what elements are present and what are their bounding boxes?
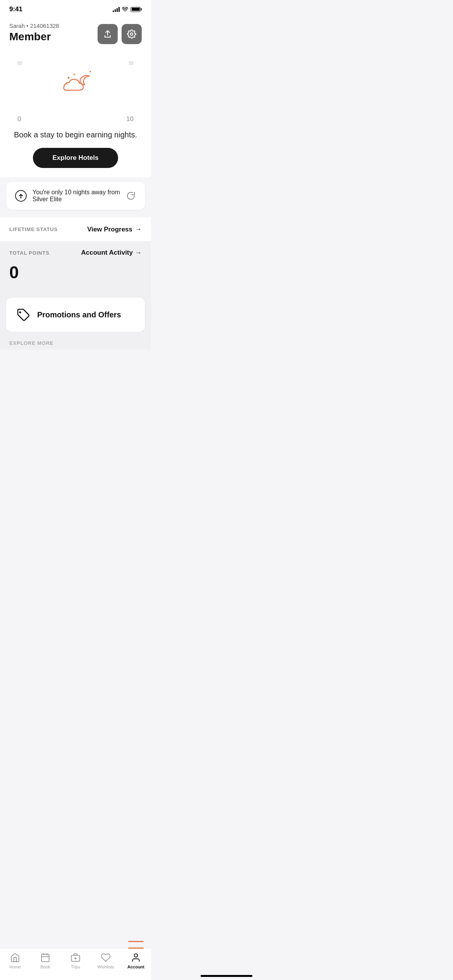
status-icons (113, 7, 142, 12)
promotions-title: Promotions and Offers (37, 310, 121, 319)
scale-end: 10 (126, 115, 134, 123)
view-progress-link[interactable]: View Progress → (87, 225, 142, 233)
battery-icon (130, 7, 142, 12)
refresh-icon (125, 190, 137, 202)
account-activity-link[interactable]: Account Activity → (81, 249, 142, 257)
user-id: 214061328 (30, 22, 59, 29)
header-buttons (98, 24, 142, 44)
promotions-section: Promotions and Offers (0, 291, 151, 332)
svg-point-4 (89, 71, 91, 72)
lifetime-label: LIFETIME STATUS (9, 226, 58, 232)
status-time: 9:41 (9, 5, 22, 13)
view-progress-text: View Progress (87, 226, 132, 233)
explore-more-label: EXPLORE MORE (9, 340, 53, 346)
points-header: TOTAL POINTS Account Activity → (9, 249, 142, 257)
user-info: Sarah • 214061328 Member (9, 22, 59, 43)
separator-1 (0, 214, 151, 218)
status-bar: 9:41 (0, 0, 151, 16)
lifetime-status-section: LIFETIME STATUS View Progress → (0, 218, 151, 241)
explore-more-teaser: EXPLORE MORE (0, 332, 151, 350)
progress-text: Book a stay to begin earning nights. (14, 129, 137, 140)
header-section: Sarah • 214061328 Member (0, 16, 151, 52)
user-status: Member (9, 31, 59, 43)
svg-point-7 (19, 312, 21, 314)
svg-point-1 (130, 33, 133, 35)
svg-point-3 (68, 77, 70, 79)
account-activity-text: Account Activity (81, 249, 133, 257)
points-section: TOTAL POINTS Account Activity → 0 (0, 241, 151, 291)
progress-section: 0 10 Book a stay to begin earning nights… (0, 52, 151, 177)
scale-start: 0 (17, 115, 21, 123)
user-separator: • (26, 22, 30, 29)
night-illustration (52, 63, 99, 102)
account-activity-arrow: → (135, 249, 142, 257)
progress-gauge: 0 10 (17, 61, 134, 123)
points-value: 0 (9, 263, 142, 282)
svg-point-0 (125, 11, 125, 12)
promo-banner-section: You're only 10 nights away from Silver E… (0, 177, 151, 214)
points-label: TOTAL POINTS (9, 250, 50, 256)
user-name: Sarah (9, 22, 25, 29)
upgrade-icon (14, 189, 28, 203)
promotions-card[interactable]: Promotions and Offers (6, 298, 145, 332)
svg-marker-2 (73, 73, 76, 75)
svg-point-5 (67, 84, 68, 85)
signal-icon (113, 7, 120, 12)
promo-card[interactable]: You're only 10 nights away from Silver E… (6, 182, 145, 210)
gear-icon (127, 29, 136, 39)
arrow-right-icon: → (135, 225, 142, 233)
user-name-id: Sarah • 214061328 (9, 22, 59, 29)
share-icon (103, 29, 112, 39)
settings-button[interactable] (122, 24, 142, 44)
tag-icon (14, 306, 31, 323)
promo-card-text: You're only 10 nights away from Silver E… (33, 189, 120, 203)
share-button[interactable] (98, 24, 118, 44)
explore-hotels-button[interactable]: Explore Hotels (33, 148, 118, 168)
wifi-icon (122, 7, 128, 12)
